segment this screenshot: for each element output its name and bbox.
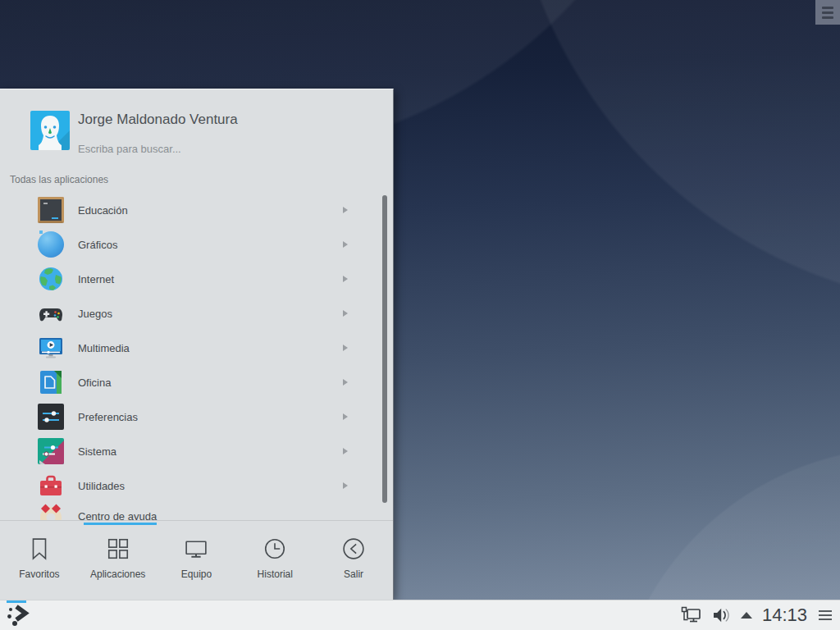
office-icon (38, 369, 64, 395)
hamburger-icon (822, 16, 833, 19)
list-scrollbar[interactable] (382, 195, 387, 503)
application-launcher-button[interactable] (0, 600, 36, 630)
hamburger-icon (819, 614, 832, 616)
submenu-arrow-icon (343, 482, 348, 489)
hamburger-icon (822, 11, 833, 14)
submenu-arrow-icon (343, 379, 348, 386)
tab-label: Historial (258, 568, 293, 580)
category-row-utilities[interactable]: Utilidades (0, 468, 393, 503)
tab-label: Equipo (181, 568, 212, 580)
settings-icon (38, 404, 64, 430)
category-label: Preferencias (78, 411, 138, 423)
tab-applications[interactable]: Aplicaciones (79, 523, 158, 600)
application-launcher-menu: Jorge Maldonado Ventura Escriba para bus… (0, 89, 394, 600)
expand-tray-button[interactable] (741, 612, 752, 619)
user-face-icon (30, 111, 70, 150)
hamburger-icon (819, 610, 832, 612)
submenu-arrow-icon (343, 241, 348, 248)
hamburger-icon (822, 7, 833, 9)
category-label: Sistema (78, 445, 116, 458)
category-label: Internet (78, 273, 114, 285)
category-label: Gráficos (78, 239, 117, 251)
category-label: Juegos (78, 308, 112, 320)
network-icon[interactable] (681, 606, 701, 625)
history-icon (262, 536, 287, 561)
submenu-arrow-icon (343, 413, 348, 420)
tab-history[interactable]: Historial (235, 523, 314, 600)
category-row-office[interactable]: Oficina (0, 365, 393, 399)
multimedia-icon (38, 335, 64, 361)
launcher-active-indicator (7, 600, 26, 603)
category-label: Oficina (78, 377, 111, 389)
leave-icon (341, 536, 366, 561)
system-tray: 14:13 (681, 605, 840, 626)
category-row-internet[interactable]: Internet (0, 262, 393, 296)
category-row-system[interactable]: Sistema (0, 434, 393, 468)
volume-icon[interactable] (712, 607, 730, 623)
category-label: Centro de ayuda (78, 510, 157, 521)
graphics-icon (38, 231, 64, 258)
utilities-icon (38, 472, 64, 499)
tab-label: Favoritos (19, 568, 59, 580)
submenu-arrow-icon (343, 310, 348, 317)
breadcrumb-all-applications: Todas las aplicaciones (10, 174, 108, 185)
category-label: Educación (78, 204, 128, 217)
submenu-arrow-icon (343, 276, 348, 282)
category-row-education[interactable]: Educación (0, 193, 393, 227)
tab-label: Aplicaciones (90, 568, 145, 580)
launcher-header: Jorge Maldonado Ventura Escriba para bus… (0, 89, 393, 171)
submenu-arrow-icon (343, 207, 348, 213)
category-row-preferences[interactable]: Preferencias (0, 399, 393, 434)
search-input[interactable]: Escriba para buscar... (78, 143, 181, 155)
computer-icon (184, 536, 208, 561)
user-avatar[interactable] (30, 111, 70, 150)
bottom-panel: 14:13 (0, 600, 840, 630)
help-icon (38, 503, 64, 520)
category-label: Utilidades (78, 480, 125, 492)
application-category-list: Educación Gráficos Internet (0, 193, 393, 520)
category-row-graphics[interactable]: Gráficos (0, 227, 393, 262)
tab-computer[interactable]: Equipo (158, 523, 236, 600)
kde-launcher-icon (6, 603, 30, 628)
submenu-arrow-icon (343, 345, 348, 351)
favorites-icon (27, 536, 52, 561)
digital-clock[interactable]: 14:13 (762, 605, 807, 626)
expand-arrow-icon (741, 612, 752, 619)
launcher-tab-bar: Favoritos Aplicaciones Equipo (0, 523, 393, 600)
panel-overflow-button[interactable] (819, 610, 832, 620)
category-row-multimedia[interactable]: Multimedia (0, 331, 393, 365)
tab-bar-divider (0, 520, 393, 521)
category-row-games[interactable]: Juegos (0, 296, 393, 331)
tab-label: Salir (344, 568, 363, 580)
desktop-toolbox-button[interactable] (815, 0, 840, 25)
internet-icon (38, 266, 64, 292)
education-icon (38, 197, 64, 223)
tab-leave[interactable]: Salir (314, 523, 393, 600)
hamburger-icon (819, 619, 832, 620)
applications-icon (106, 536, 130, 561)
category-label: Multimedia (78, 342, 130, 354)
games-icon (38, 300, 64, 326)
user-name: Jorge Maldonado Ventura (78, 112, 238, 128)
submenu-arrow-icon (343, 448, 348, 454)
system-icon (38, 438, 64, 464)
category-row-help-center[interactable]: Centro de ayuda (0, 499, 393, 520)
tab-favorites[interactable]: Favoritos (0, 523, 79, 600)
